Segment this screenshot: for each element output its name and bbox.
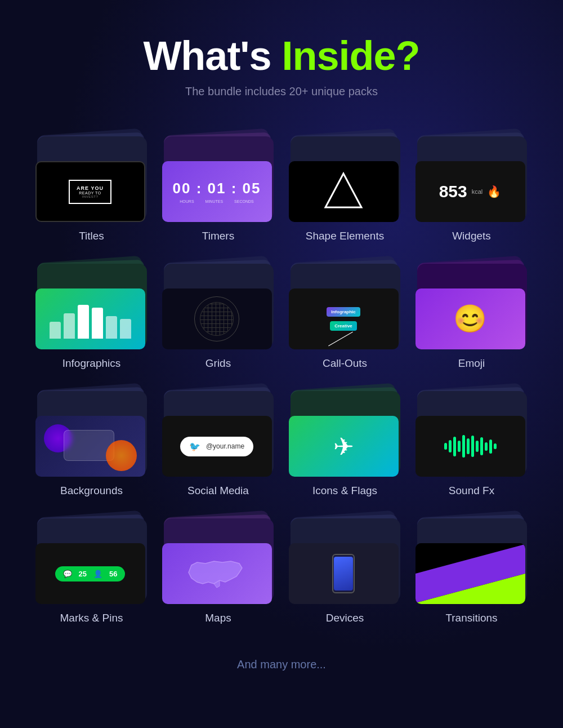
bar-5 <box>106 316 117 339</box>
bar-1 <box>50 322 61 339</box>
flame-icon: 🔥 <box>487 185 501 198</box>
pack-shapes-thumb <box>289 132 401 222</box>
timer-label-seconds: SECONDS <box>234 199 254 203</box>
pack-emoji-label: Emoji <box>458 357 485 370</box>
people-count: 56 <box>109 570 117 578</box>
pack-shapes: Shape Elements <box>287 132 403 242</box>
pack-maps-label: Maps <box>205 612 231 624</box>
wave-bar-1 <box>444 443 447 450</box>
device-phone <box>332 554 355 593</box>
pack-backgrounds: Backgrounds <box>34 387 149 497</box>
soundwave <box>444 432 497 460</box>
preview-shapes <box>289 161 399 222</box>
wave-bar-6 <box>467 438 470 454</box>
wave-bar-4 <box>458 441 461 452</box>
preview-titles: ARE YOU READY TO INVEST? <box>35 161 145 222</box>
pack-infographics-thumb <box>35 259 148 349</box>
grid-inner <box>200 302 234 336</box>
pack-marks: 💬 25 👤 56 Marks & Pins <box>34 514 149 624</box>
preview-callouts: Infographic Creative <box>289 288 399 349</box>
bar-3 <box>78 305 89 339</box>
preview-marks: 💬 25 👤 56 <box>35 543 145 604</box>
preview-timers: 00 : 01 : 05 HOURS MINUTES SECONDS <box>162 161 272 222</box>
pack-backgrounds-label: Backgrounds <box>60 485 123 497</box>
wave-bar-10 <box>485 442 488 451</box>
widget-unit: kcal <box>472 188 483 195</box>
preview-soundfx <box>415 416 525 477</box>
bar-4 <box>92 308 103 339</box>
pack-emoji-thumb: 😊 <box>415 259 528 349</box>
pack-timers-thumb: 00 : 01 : 05 HOURS MINUTES SECONDS <box>162 132 275 222</box>
social-card: 🐦 @your.name <box>180 437 253 456</box>
callout-content: Infographic Creative <box>327 307 360 331</box>
bar-6 <box>120 319 131 339</box>
pack-soundfx: Sound Fx <box>414 387 529 497</box>
timer-label-hours: HOURS <box>180 199 194 203</box>
preview-devices <box>289 543 399 604</box>
pack-devices-label: Devices <box>326 612 364 624</box>
pack-icons-thumb: ✈ <box>289 387 401 477</box>
pack-devices-thumb <box>289 514 401 604</box>
footer-text: And many more... <box>237 658 326 671</box>
pack-titles: ARE YOU READY TO INVEST? Titles <box>34 132 149 242</box>
pack-social: 🐦 @your.name Social Media <box>160 387 276 497</box>
pack-callouts-thumb: Infographic Creative <box>289 259 401 349</box>
pack-backgrounds-thumb <box>35 387 148 477</box>
pack-timers: 00 : 01 : 05 HOURS MINUTES SECONDS Timer… <box>160 132 276 242</box>
pack-widgets-label: Widgets <box>452 230 491 242</box>
header-section: What's Inside? The bundle includes 20+ u… <box>34 34 529 98</box>
pack-infographics: Infographics <box>34 259 149 370</box>
grid-circle <box>194 296 239 341</box>
titles-line2: READY TO <box>77 191 104 195</box>
callout-badge-2: Creative <box>330 321 357 331</box>
titles-line1: ARE YOU <box>77 185 104 191</box>
title-green: Inside? <box>282 33 420 78</box>
pack-grids: Grids <box>160 259 276 370</box>
chat-icon: 💬 <box>63 570 72 578</box>
mark-badge: 💬 25 👤 56 <box>55 566 126 581</box>
preview-social: 🐦 @your.name <box>162 416 272 477</box>
preview-infographics <box>35 288 145 349</box>
pack-maps: Maps <box>160 514 276 624</box>
wave-bar-5 <box>462 435 465 458</box>
pack-transitions-thumb <box>415 514 528 604</box>
shape-triangle-svg <box>321 169 366 214</box>
callout-badge-1: Infographic <box>327 307 360 317</box>
preview-emoji: 😊 <box>415 288 525 349</box>
map-svg <box>183 551 251 596</box>
pack-icons-label: Icons & Flags <box>312 485 377 497</box>
widget-number: 853 <box>439 182 467 201</box>
bar-2 <box>64 313 75 339</box>
pack-transitions: Transitions <box>414 514 529 624</box>
preview-grids <box>162 288 272 349</box>
orb-orange <box>106 440 137 471</box>
timer-labels: HOURS MINUTES SECONDS <box>173 199 261 203</box>
plane-icon: ✈ <box>333 432 354 461</box>
pack-widgets: 853 kcal 🔥 Widgets <box>414 132 529 242</box>
pack-shapes-label: Shape Elements <box>306 230 384 242</box>
wave-bar-9 <box>480 437 483 455</box>
pack-soundfx-label: Sound Fx <box>449 485 494 497</box>
chat-count: 25 <box>79 570 87 578</box>
preview-icons: ✈ <box>289 416 399 477</box>
social-handle: @your.name <box>206 442 244 450</box>
titles-line3: INVEST? <box>77 195 104 198</box>
wave-bar-3 <box>453 437 456 456</box>
preview-widgets: 853 kcal 🔥 <box>415 161 525 222</box>
page-title: What's Inside? <box>34 34 529 78</box>
pack-infographics-label: Infographics <box>62 357 121 370</box>
pack-widgets-thumb: 853 kcal 🔥 <box>415 132 528 222</box>
pack-social-label: Social Media <box>187 485 249 497</box>
pack-titles-thumb: ARE YOU READY TO INVEST? <box>35 132 148 222</box>
pack-grids-label: Grids <box>205 357 231 370</box>
timer-display: 00 : 01 : 05 <box>173 180 261 197</box>
pack-transitions-label: Transitions <box>445 612 497 624</box>
bg-orbs <box>35 416 145 477</box>
people-icon: 👤 <box>93 570 102 578</box>
pack-maps-thumb <box>162 514 275 604</box>
preview-backgrounds <box>35 416 145 477</box>
widget-kcal: 853 kcal 🔥 <box>439 182 502 201</box>
wave-bar-7 <box>471 436 474 457</box>
pack-devices: Devices <box>287 514 403 624</box>
page-container: What's Inside? The bundle includes 20+ u… <box>0 0 563 716</box>
